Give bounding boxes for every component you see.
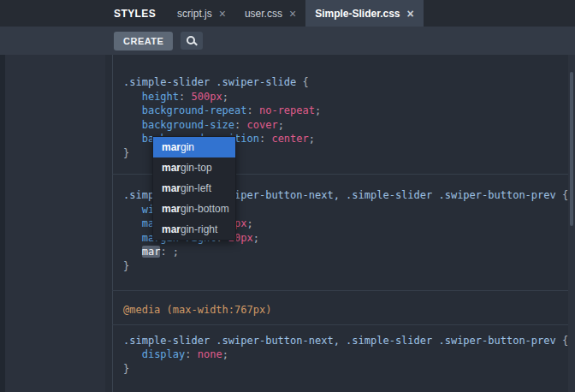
code-token-typed[interactable]: mar: [142, 246, 161, 258]
code-line[interactable]: .simple-slider .swiper-button-next, .sim…: [123, 334, 575, 348]
code-token-punct[interactable]: ;: [247, 217, 253, 229]
tab-label: user.css: [245, 8, 282, 20]
code-token-punct[interactable]: :: [259, 133, 271, 145]
code-token-punct[interactable]: }: [123, 363, 129, 375]
code-token-punct[interactable]: :: [179, 91, 191, 103]
code-line[interactable]: mar: ;: [123, 245, 575, 259]
option-rest-text: gin-left: [181, 182, 211, 194]
tab-label: Simple-Slider.css: [315, 8, 400, 20]
code-token-at[interactable]: @media (max-width:767px): [123, 304, 271, 316]
code-line[interactable]: height: 500px;: [123, 90, 575, 104]
code-token-punct[interactable]: {: [303, 76, 309, 88]
close-icon[interactable]: ×: [219, 8, 226, 20]
option-rest-text: gin-bottom: [181, 203, 229, 215]
option-rest-text: gin-right: [181, 223, 217, 235]
tab-user-css[interactable]: user.css ×: [235, 0, 305, 27]
code-token-pln[interactable]: [123, 348, 142, 360]
code-token-punct[interactable]: ;: [222, 91, 228, 103]
code-token-punct[interactable]: ;: [222, 348, 228, 360]
editor-toolbar: CREATE: [0, 27, 575, 55]
code-token-val[interactable]: cover: [247, 119, 278, 131]
code-token-prop[interactable]: display: [142, 348, 186, 360]
code-token-pln[interactable]: [123, 204, 142, 216]
autocomplete-option-margin-top[interactable]: margin-top: [153, 157, 235, 178]
code-token-pln[interactable]: [123, 246, 142, 258]
search-icon: [187, 36, 197, 46]
code-token-punct[interactable]: :: [247, 104, 259, 116]
code-token-val[interactable]: no-repeat: [259, 104, 315, 116]
code-token-prop[interactable]: background-repeat: [142, 104, 247, 116]
sidebar-rail: [0, 55, 5, 392]
option-match-text: mar: [162, 203, 181, 215]
code-token-val[interactable]: 500px: [192, 91, 222, 103]
code-token-pln[interactable]: [123, 104, 142, 116]
option-match-text: mar: [162, 182, 181, 194]
code-token-pln[interactable]: [123, 91, 142, 103]
code-token-pln[interactable]: [123, 217, 142, 229]
code-token-punct[interactable]: }: [123, 260, 129, 272]
autocomplete-option-margin-left[interactable]: margin-left: [153, 178, 235, 199]
css-rule-block[interactable]: @media (max-width:767px): [123, 291, 575, 318]
tab-label: script.js: [177, 8, 212, 20]
scrollbar-track[interactable]: [568, 55, 575, 392]
autocomplete-option-margin-bottom[interactable]: margin-bottom: [153, 199, 235, 219]
code-token-punct[interactable]: :: [234, 119, 246, 131]
code-token-punct[interactable]: ;: [278, 119, 284, 131]
code-line[interactable]: }: [123, 259, 575, 274]
code-token-prop[interactable]: height: [142, 91, 179, 103]
tab-script-js[interactable]: script.js ×: [168, 0, 235, 27]
code-token-punct[interactable]: :: [185, 348, 197, 360]
option-rest-text: gin-top: [181, 162, 212, 174]
code-token-sel[interactable]: .simple-slider .swiper-slide: [123, 76, 303, 88]
option-match-text: mar: [162, 223, 181, 235]
option-match-text: mar: [162, 141, 181, 153]
code-token-val[interactable]: none: [198, 348, 222, 360]
autocomplete-dropdown: margin margin-top margin-left margin-bot…: [152, 136, 236, 241]
code-line[interactable]: }: [123, 362, 575, 377]
css-rule-block[interactable]: .simple-slider .swiper-button-next, .sim…: [123, 325, 575, 377]
code-token-sel[interactable]: .simple-slider .swiper-button-next, .sim…: [123, 335, 562, 347]
code-line[interactable]: display: none;: [123, 347, 575, 362]
code-token-pln[interactable]: [123, 133, 142, 145]
close-icon[interactable]: ×: [289, 8, 296, 20]
code-token-pln[interactable]: [123, 119, 142, 131]
code-token-punct[interactable]: ;: [309, 133, 315, 145]
code-token-punct[interactable]: : ;: [160, 246, 179, 258]
create-button[interactable]: CREATE: [114, 32, 173, 50]
search-button[interactable]: [181, 32, 203, 50]
tab-simple-slider-css[interactable]: Simple-Slider.css ×: [305, 0, 424, 27]
close-icon[interactable]: ×: [407, 8, 414, 20]
code-token-punct[interactable]: ;: [253, 232, 259, 244]
code-token-val[interactable]: center: [271, 133, 308, 145]
autocomplete-option-margin[interactable]: margin: [153, 137, 235, 157]
style-editor-window: STYLES script.js × user.css × Simple-Sli…: [0, 0, 575, 392]
code-token-prop[interactable]: background-size: [142, 119, 234, 131]
option-match-text: mar: [162, 162, 181, 174]
code-line[interactable]: .simple-slider .swiper-slide {: [123, 75, 575, 90]
code-line[interactable]: @media (max-width:767px): [123, 303, 575, 318]
code-line[interactable]: background-size: cover;: [123, 118, 575, 133]
code-line[interactable]: background-repeat: no-repeat;: [123, 104, 575, 118]
panel-title: STYLES: [114, 8, 156, 20]
scrollbar-thumb[interactable]: [570, 72, 573, 226]
code-token-val[interactable]: px: [234, 217, 246, 229]
option-rest-text: gin: [181, 141, 194, 153]
autocomplete-option-margin-right[interactable]: margin-right: [153, 219, 235, 240]
left-sidebar: [0, 55, 105, 392]
code-token-pln[interactable]: [123, 232, 142, 244]
code-token-punct[interactable]: }: [123, 147, 129, 159]
tab-bar: STYLES script.js × user.css × Simple-Sli…: [0, 0, 575, 27]
code-token-punct[interactable]: ;: [315, 104, 321, 116]
